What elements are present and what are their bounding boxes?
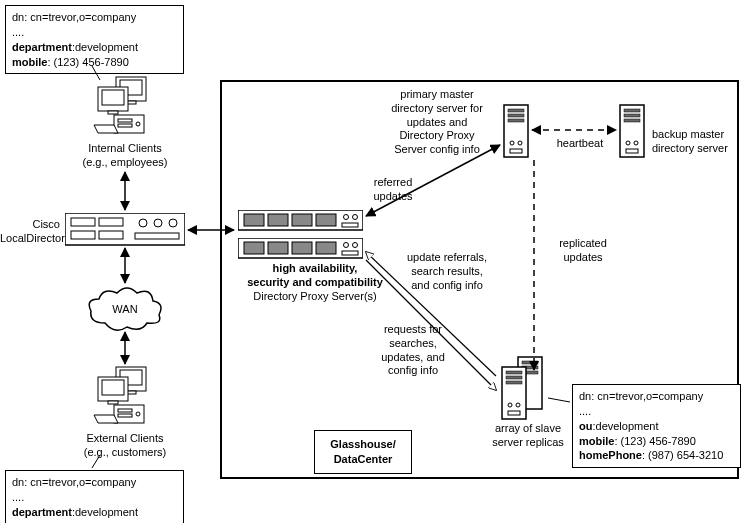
svg-rect-26 bbox=[118, 409, 132, 412]
text: :development bbox=[72, 506, 138, 518]
svg-rect-48 bbox=[508, 119, 524, 122]
primary-master-icon bbox=[502, 103, 530, 159]
svg-point-16 bbox=[154, 219, 162, 227]
svg-rect-33 bbox=[316, 214, 336, 226]
svg-rect-23 bbox=[102, 380, 124, 395]
svg-rect-7 bbox=[118, 119, 132, 122]
text: dn: cn=trevor,o=company bbox=[579, 389, 734, 404]
text: mobile bbox=[12, 56, 47, 68]
replicated-updates-label: replicated updates bbox=[548, 237, 618, 265]
text: LocalDirector bbox=[0, 232, 65, 244]
text: .... bbox=[12, 490, 177, 505]
svg-point-15 bbox=[139, 219, 147, 227]
svg-point-50 bbox=[518, 141, 522, 145]
svg-point-17 bbox=[169, 219, 177, 227]
proxy-servers-label: high availability, security and compatib… bbox=[235, 262, 395, 303]
text: (e.g., customers) bbox=[84, 446, 167, 458]
text: Directory Proxy Server(s) bbox=[253, 290, 376, 302]
svg-point-35 bbox=[353, 215, 358, 220]
text: ou bbox=[579, 420, 592, 432]
svg-rect-44 bbox=[342, 251, 358, 255]
text: department bbox=[12, 41, 72, 53]
text: replicated bbox=[559, 237, 607, 249]
primary-master-label: primary master directory server for upda… bbox=[378, 88, 496, 157]
internal-clients-icon bbox=[90, 75, 155, 140]
text: DataCenter bbox=[334, 453, 393, 465]
referred-updates-label: referred updates bbox=[358, 176, 428, 204]
slave-servers-label: array of slave server replicas bbox=[483, 422, 573, 450]
svg-rect-40 bbox=[292, 242, 312, 254]
internal-clients-label: Internal Clients (e.g., employees) bbox=[75, 142, 175, 170]
svg-point-57 bbox=[634, 141, 638, 145]
text: search results, bbox=[411, 265, 483, 277]
text: External Clients bbox=[86, 432, 163, 444]
svg-point-67 bbox=[508, 403, 512, 407]
text: update referrals, bbox=[407, 251, 487, 263]
svg-rect-60 bbox=[522, 361, 538, 364]
text: Glasshouse/ bbox=[330, 438, 395, 450]
heartbeat-label: heartbeat bbox=[555, 137, 605, 151]
text: server replicas bbox=[492, 436, 564, 448]
svg-rect-18 bbox=[135, 233, 179, 239]
svg-point-28 bbox=[136, 412, 140, 416]
svg-point-68 bbox=[516, 403, 520, 407]
svg-point-49 bbox=[510, 141, 514, 145]
svg-point-34 bbox=[344, 215, 349, 220]
text: :development bbox=[72, 41, 138, 53]
svg-rect-36 bbox=[342, 223, 358, 227]
svg-rect-24 bbox=[108, 401, 118, 404]
svg-rect-4 bbox=[102, 90, 124, 105]
datacenter-label-box: Glasshouse/ DataCenter bbox=[314, 430, 412, 474]
svg-rect-13 bbox=[71, 231, 95, 239]
svg-point-56 bbox=[626, 141, 630, 145]
text: :development bbox=[592, 420, 658, 432]
text: backup master bbox=[652, 128, 724, 140]
text: : (123) 456-7890 bbox=[47, 56, 128, 68]
backup-master-icon bbox=[618, 103, 646, 159]
text: Directory Proxy bbox=[399, 129, 474, 141]
cisco-label: Cisco LocalDirector bbox=[0, 218, 60, 246]
ldap-entry-right: dn: cn=trevor,o=company .... ou:developm… bbox=[572, 384, 741, 468]
text: array of slave bbox=[495, 422, 561, 434]
text: mobile bbox=[579, 435, 614, 447]
svg-rect-51 bbox=[510, 149, 522, 153]
text: requests for bbox=[384, 323, 442, 335]
text: department bbox=[12, 506, 72, 518]
svg-point-9 bbox=[136, 122, 140, 126]
svg-rect-11 bbox=[71, 218, 95, 226]
text: security and compatibility bbox=[247, 276, 383, 288]
svg-rect-53 bbox=[624, 109, 640, 112]
text: heartbeat bbox=[557, 137, 603, 149]
update-referrals-label: update referrals, search results, and co… bbox=[397, 251, 497, 292]
proxy-server-bottom-icon bbox=[238, 238, 363, 260]
svg-rect-64 bbox=[506, 371, 522, 374]
text: and config info bbox=[411, 279, 483, 291]
svg-rect-5 bbox=[108, 111, 118, 114]
svg-rect-38 bbox=[244, 242, 264, 254]
svg-rect-55 bbox=[624, 119, 640, 122]
svg-rect-69 bbox=[508, 411, 520, 415]
svg-rect-41 bbox=[316, 242, 336, 254]
ldap-entry-bottom: dn: cn=trevor,o=company .... department:… bbox=[5, 470, 184, 523]
text: directory server bbox=[652, 142, 728, 154]
svg-rect-66 bbox=[506, 381, 522, 384]
text: .... bbox=[579, 404, 734, 419]
text: updates bbox=[563, 251, 602, 263]
svg-rect-65 bbox=[506, 376, 522, 379]
svg-point-43 bbox=[353, 243, 358, 248]
backup-master-label: backup master directory server bbox=[652, 128, 742, 156]
text: Server config info bbox=[394, 143, 480, 155]
svg-rect-39 bbox=[268, 242, 288, 254]
svg-rect-12 bbox=[99, 218, 123, 226]
svg-rect-27 bbox=[118, 414, 132, 417]
cisco-localdirector-icon bbox=[65, 213, 185, 248]
text: updates and bbox=[407, 116, 468, 128]
requests-label: requests for searches, updates, and conf… bbox=[374, 323, 452, 378]
svg-rect-58 bbox=[626, 149, 638, 153]
svg-rect-32 bbox=[292, 214, 312, 226]
svg-rect-8 bbox=[118, 124, 132, 127]
text: dn: cn=trevor,o=company bbox=[12, 475, 177, 490]
text: homePhone bbox=[579, 449, 642, 461]
svg-rect-30 bbox=[244, 214, 264, 226]
svg-rect-46 bbox=[508, 109, 524, 112]
